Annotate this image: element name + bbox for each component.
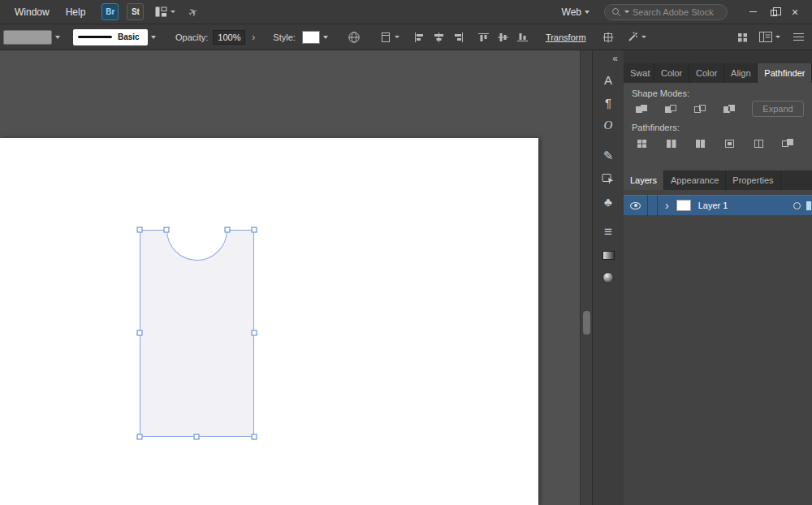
restore-button[interactable] xyxy=(763,3,784,21)
gradient-panel-icon[interactable] xyxy=(593,244,624,266)
list-menu-icon[interactable] xyxy=(793,33,804,41)
paragraph-panel-icon[interactable]: ¶ xyxy=(593,91,624,114)
trim-button[interactable] xyxy=(661,135,680,151)
panel-dock-strip: « A ¶ O ✎ ♣ ≡ xyxy=(592,50,624,505)
handle-arc-left[interactable] xyxy=(164,227,170,233)
minimize-button[interactable] xyxy=(742,3,763,21)
handle-top-right[interactable] xyxy=(252,227,257,233)
bridge-button[interactable]: Br xyxy=(102,3,119,20)
artboard[interactable] xyxy=(0,138,538,505)
symbols-panel-icon[interactable]: ♣ xyxy=(593,190,624,213)
brush-definition-label: Basic xyxy=(118,32,140,41)
stock-button[interactable]: St xyxy=(127,3,144,20)
tab-properties[interactable]: Properties xyxy=(726,170,780,190)
workspace-switcher[interactable]: Web xyxy=(562,6,590,18)
collapse-dock-icon[interactable]: « xyxy=(612,53,618,64)
opentype-panel-icon[interactable]: O xyxy=(593,114,624,136)
brush-stroke-preview xyxy=(78,36,112,38)
valign-top-icon[interactable] xyxy=(478,32,489,42)
selected-shape[interactable] xyxy=(140,230,254,437)
chevron-down-icon xyxy=(624,11,629,13)
unite-button[interactable] xyxy=(632,101,651,117)
layer-selection-chip[interactable] xyxy=(806,201,811,210)
layer-target-icon[interactable] xyxy=(793,202,801,209)
layer-name[interactable]: Layer 1 xyxy=(698,201,728,210)
character-panel-icon[interactable]: A xyxy=(593,68,624,91)
minimize-icon xyxy=(749,11,757,12)
handle-bottom-left[interactable] xyxy=(137,434,143,440)
illustrator-window: Window Help Br St ✈ Web × Basic Opa xyxy=(0,0,812,505)
menu-window[interactable]: Window xyxy=(6,0,58,24)
align-right-icon[interactable] xyxy=(453,32,464,42)
tab-color[interactable]: Color xyxy=(654,63,689,83)
stroke-width-profile[interactable] xyxy=(3,30,52,45)
brushes-panel-icon[interactable]: ✎ xyxy=(593,145,624,167)
opacity-value[interactable]: 100% xyxy=(213,30,245,45)
handle-bottom-center[interactable] xyxy=(194,434,200,440)
visibility-toggle[interactable] xyxy=(624,195,648,216)
select-similar-icon[interactable] xyxy=(627,32,646,43)
outline-button[interactable] xyxy=(749,135,768,151)
search-input[interactable] xyxy=(633,7,714,17)
pixel-grid-icon[interactable] xyxy=(603,32,614,43)
align-left-icon[interactable] xyxy=(414,32,425,42)
share-icon[interactable]: ✈ xyxy=(186,4,201,20)
handle-mid-left[interactable] xyxy=(137,330,143,336)
scrollbar-thumb[interactable] xyxy=(583,311,590,335)
graphic-styles-panel-icon[interactable] xyxy=(593,167,624,190)
intersect-button[interactable] xyxy=(690,101,710,117)
pathfinders-label: Pathfinders: xyxy=(632,123,812,132)
tab-align[interactable]: Align xyxy=(724,63,758,83)
dock-header xyxy=(624,50,812,63)
chevron-down-icon[interactable] xyxy=(323,36,328,39)
handle-top-left[interactable] xyxy=(137,227,143,233)
arrange-documents-icon[interactable] xyxy=(155,6,175,17)
expand-button[interactable]: Expand xyxy=(752,101,804,117)
transparency-panel-icon[interactable] xyxy=(593,266,624,289)
align-center-icon[interactable] xyxy=(434,32,444,42)
layer-row[interactable]: › Layer 1 xyxy=(624,195,812,216)
grid-view-icon[interactable] xyxy=(737,32,748,42)
artboard-options-icon[interactable] xyxy=(380,32,400,43)
handle-bottom-right[interactable] xyxy=(252,434,257,440)
chevron-down-icon xyxy=(775,36,780,38)
restore-icon xyxy=(771,10,777,16)
opacity-flyout-icon[interactable]: › xyxy=(252,32,255,43)
chevron-down-icon[interactable] xyxy=(151,36,156,39)
minus-back-button[interactable] xyxy=(778,135,797,151)
crop-button[interactable] xyxy=(719,135,739,151)
chevron-down-icon xyxy=(395,36,400,38)
tab-swatches[interactable]: Swat xyxy=(624,63,654,83)
exclude-button[interactable] xyxy=(719,101,739,117)
menu-help[interactable]: Help xyxy=(58,0,94,24)
layers-panel: › Layer 1 xyxy=(624,190,812,505)
transform-link[interactable]: Transform xyxy=(546,32,586,42)
tab-layers[interactable]: Layers xyxy=(624,170,664,190)
expand-layer-icon[interactable]: › xyxy=(665,200,669,211)
handle-arc-right[interactable] xyxy=(225,227,231,233)
panel-layout-icon[interactable] xyxy=(759,32,780,42)
handle-mid-right[interactable] xyxy=(252,330,257,336)
vertical-scrollbar[interactable] xyxy=(580,50,592,505)
document-setup-globe-icon[interactable] xyxy=(348,31,361,44)
tab-color-guide[interactable]: Color xyxy=(689,63,724,83)
menu-bar: Window Help Br St ✈ Web × xyxy=(0,0,812,24)
layer-thumbnail[interactable] xyxy=(676,200,691,211)
divide-button[interactable] xyxy=(632,135,651,151)
valign-center-icon[interactable] xyxy=(498,32,508,42)
minus-front-button[interactable] xyxy=(661,101,680,117)
chevron-down-icon xyxy=(585,11,590,14)
graphic-style-swatch[interactable] xyxy=(302,31,320,44)
tab-appearance[interactable]: Appearance xyxy=(664,170,726,190)
stroke-panel-icon[interactable]: ≡ xyxy=(593,221,624,244)
brush-definition-dropdown[interactable]: Basic xyxy=(73,29,148,45)
canvas-area[interactable] xyxy=(0,50,592,505)
valign-bottom-icon[interactable] xyxy=(517,32,528,42)
pathfinder-panel: Shape Modes: Expand Pathfinders: xyxy=(624,83,812,170)
chevron-down-icon[interactable] xyxy=(55,36,60,39)
merge-button[interactable] xyxy=(690,135,710,151)
tab-pathfinder[interactable]: Pathfinder xyxy=(758,63,812,83)
lock-toggle[interactable] xyxy=(648,195,658,216)
close-button[interactable]: × xyxy=(784,3,806,21)
adobe-stock-search[interactable] xyxy=(604,4,728,20)
